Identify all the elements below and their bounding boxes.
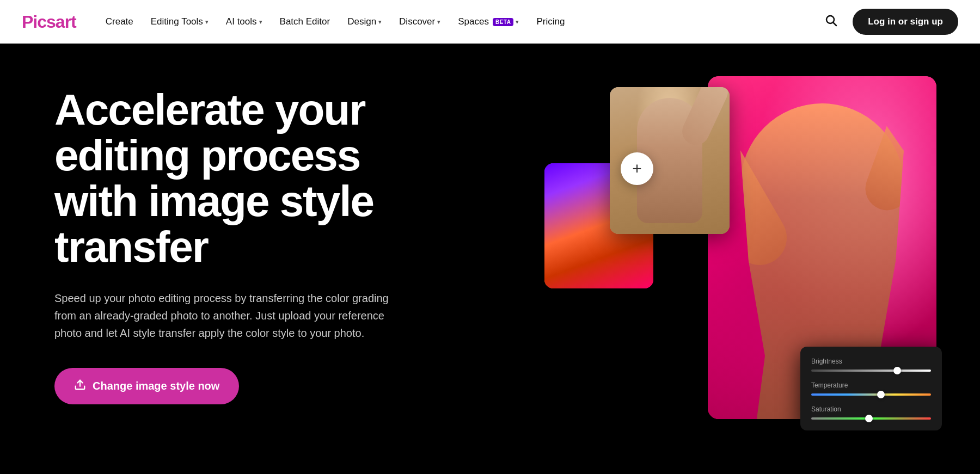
nav-item-discover[interactable]: Discover ▾ xyxy=(391,12,448,32)
upload-icon xyxy=(74,379,86,393)
search-icon xyxy=(824,14,837,27)
hero-title: Accelerate your editing process with ima… xyxy=(54,87,436,270)
nav-label-discover: Discover xyxy=(399,16,435,27)
plus-icon: + xyxy=(632,159,642,178)
login-button[interactable]: Log in or sign up xyxy=(853,9,958,35)
saturation-thumb[interactable] xyxy=(865,415,873,422)
nav-item-ai-tools[interactable]: AI tools ▾ xyxy=(218,12,270,32)
nav-links: Create Editing Tools ▾ AI tools ▾ Batch … xyxy=(98,12,820,32)
brightness-slider[interactable] xyxy=(811,370,931,372)
search-button[interactable] xyxy=(820,9,842,34)
logo[interactable]: Picsart xyxy=(22,12,76,32)
spaces-chevron-icon: ▾ xyxy=(516,19,519,26)
nav-label-editing-tools: Editing Tools xyxy=(151,16,203,27)
nav-item-batch-editor[interactable]: Batch Editor xyxy=(272,12,338,32)
ai-tools-chevron-icon: ▾ xyxy=(259,19,262,26)
temperature-row: Temperature xyxy=(811,381,931,396)
cta-label: Change image style now xyxy=(93,380,219,392)
logo-text: Picsart xyxy=(22,12,76,32)
brightness-thumb[interactable] xyxy=(893,367,901,374)
saturation-label: Saturation xyxy=(811,405,931,413)
nav-right: Log in or sign up xyxy=(820,9,958,35)
nav-item-editing-tools[interactable]: Editing Tools ▾ xyxy=(143,12,216,32)
portrait-arm-up xyxy=(678,87,730,149)
arm-right xyxy=(859,99,936,216)
nav-item-pricing[interactable]: Pricing xyxy=(529,12,572,32)
hero-visuals: + Brightness Temperature Saturation xyxy=(436,44,980,474)
navbar: Picsart Create Editing Tools ▾ AI tools … xyxy=(0,0,980,44)
brightness-label: Brightness xyxy=(811,358,931,365)
nav-item-design[interactable]: Design ▾ xyxy=(340,12,389,32)
cta-button[interactable]: Change image style now xyxy=(54,368,239,404)
temperature-thumb[interactable] xyxy=(877,391,885,398)
nav-item-spaces[interactable]: Spaces BETA ▾ xyxy=(450,12,526,32)
adjustment-panel: Brightness Temperature Saturation xyxy=(800,347,942,430)
nav-item-create[interactable]: Create xyxy=(98,12,141,32)
saturation-slider[interactable] xyxy=(811,417,931,420)
hero-content: Accelerate your editing process with ima… xyxy=(54,87,436,404)
saturation-row: Saturation xyxy=(811,405,931,420)
plus-button[interactable]: + xyxy=(621,152,653,185)
beta-badge: BETA xyxy=(493,18,513,26)
design-chevron-icon: ▾ xyxy=(378,19,382,26)
nav-label-spaces: Spaces xyxy=(458,16,489,27)
temperature-label: Temperature xyxy=(811,381,931,389)
discover-chevron-icon: ▾ xyxy=(437,19,440,26)
editing-tools-chevron-icon: ▾ xyxy=(205,19,209,26)
nav-label-pricing: Pricing xyxy=(536,16,565,27)
temperature-slider[interactable] xyxy=(811,393,931,396)
nav-label-design: Design xyxy=(347,16,376,27)
nav-label-batch-editor: Batch Editor xyxy=(280,16,330,27)
brightness-row: Brightness xyxy=(811,358,931,372)
nav-label-create: Create xyxy=(106,16,133,27)
hero-section: Accelerate your editing process with ima… xyxy=(0,44,980,474)
nav-label-ai-tools: AI tools xyxy=(226,16,257,27)
hero-subtitle: Speed up your photo editing process by t… xyxy=(54,290,403,342)
svg-line-1 xyxy=(834,23,837,26)
